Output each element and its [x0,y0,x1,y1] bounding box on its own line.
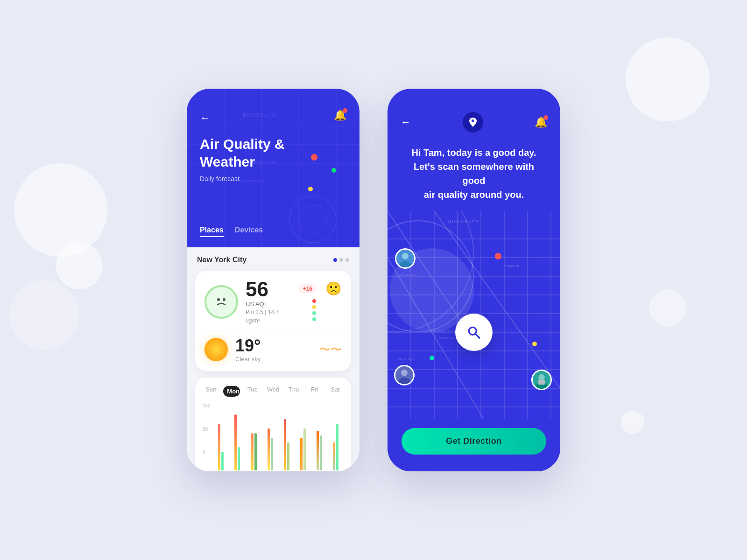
svg-point-10 [289,196,336,243]
aq-value: 56 [246,278,268,301]
location-name: New York City [197,256,247,264]
weather-info: 19° Clear sky [235,336,261,363]
bar-6a [300,438,303,470]
side-dot-green [312,311,316,315]
weather-row: 19° Clear sky 〜〜 [204,336,342,363]
location-row: New York City [195,256,351,264]
bar-7b [320,435,322,470]
svg-rect-54 [538,380,545,385]
aq-pm: Pm 2.5 | 14.7 ug/m³ [246,309,279,324]
back-button-2[interactable]: ← [401,116,411,128]
svg-point-12 [217,298,220,301]
bar-8b [336,424,338,470]
svg-point-49 [401,370,408,376]
svg-text:Empire Blvd: Empire Blvd [397,357,415,361]
emoji-frown: 🙁 [325,281,342,296]
greeting-text: Hi Tam, today is a good day.Let's scan s… [388,141,560,211]
aq-main-row: 56 US AQI Pm 2.5 | 14.7 ug/m³ +16 � [204,279,342,324]
search-button[interactable] [455,314,493,351]
map-dot-yellow-2 [532,342,537,346]
day-mon[interactable]: Mon [223,386,240,397]
phone1-body: New York City [187,247,359,471]
svg-text:BROOKLYN: BROOKLYN [243,112,276,118]
day-wed[interactable]: Wed [265,386,282,397]
day-fri[interactable]: Fri [306,386,323,397]
day-sat[interactable]: Sat [327,386,344,397]
day-sun[interactable]: Sun [203,386,219,397]
bar-7a [317,431,319,470]
days-row: Sun Mon Tue Wed Thu Fri Sat [203,386,344,397]
chart-body: 150 50 5 0 23.00 [203,403,344,471]
bar-8a [333,442,335,470]
bar-group-13: 13.00 [262,405,278,471]
side-dots [312,299,316,321]
y-label-5: 5 [203,449,211,455]
notification-dot-2 [543,115,548,120]
svg-point-46 [402,253,409,259]
avatar-pin-1 [395,248,416,269]
y-axis-labels: 150 50 5 0 [203,403,211,471]
map-dot-teal [430,356,434,360]
bar-2a [234,414,237,470]
aq-numbers: 56 US AQI Pm 2.5 | 14.7 ug/m³ [246,279,292,324]
bar-group-08: 08.00 [296,405,311,471]
map-dot-green [331,168,336,173]
logo-badge [463,112,483,133]
chart-card: Sun Mon Tue Wed Thu Fri Sat 150 50 5 0 [195,378,351,471]
page-subtitle: Daily forecast [200,175,346,182]
aq-right: +16 [299,282,316,321]
svg-point-52 [538,374,545,381]
bar-4b [271,438,273,470]
svg-point-13 [223,298,226,301]
bar-5a [284,419,286,470]
wave-icon: 〜〜 [319,342,342,357]
map-area: BROOKLYN CROWN HEIGHTS NORTH RIC New Yor… [388,211,560,454]
chart-bars: 23.00 19.00 [213,403,344,471]
phone1-header: BROOKLYN MEKASVISTR CROWN HEIGHTS ← 🔔 Ai… [187,89,359,247]
svg-point-14 [472,119,474,122]
day-thu[interactable]: Thu [285,386,302,397]
bell-wrap-2: 🔔 [535,116,547,128]
bar-group-11: 11.00 [279,405,294,471]
svg-point-11 [299,205,327,233]
side-dot-yellow [312,305,316,309]
sun-icon [204,338,228,361]
map-dot-red [311,154,317,161]
bar-3b [254,433,257,470]
pagination-dots [333,258,349,262]
tab-places[interactable]: Places [200,226,224,237]
notification-dot-1 [343,108,347,113]
bar-group-03: 03.00 [312,405,327,471]
get-direction-wrap: Get Direction [388,419,560,471]
y-label-150: 150 [203,403,211,408]
get-direction-button[interactable]: Get Direction [402,428,546,455]
svg-line-44 [476,334,479,338]
back-button[interactable]: ← [200,112,210,124]
map-dot-yellow [308,187,313,191]
weather-desc: Clear sky [235,356,261,363]
aq-unit: US AQI [246,301,292,308]
phone2-header: ← 🔔 [388,89,560,141]
bar-1b [221,452,224,470]
bar-group-23: 23.00 [213,405,229,471]
aq-face-icon [204,285,238,319]
bar-group-19: 19.00 [230,405,245,471]
svg-text:Bergen St: Bergen St [504,264,519,268]
bar-1a [218,424,220,470]
dot-1 [339,258,343,262]
dot-active [333,258,337,262]
bar-3a [251,433,254,470]
dot-2 [345,258,349,262]
side-dot-green2 [312,317,316,321]
phone-2: ← 🔔 Hi Tam, today is a good day.Let's sc… [388,89,560,471]
bar-group-15: 15.00 [246,405,261,471]
day-tue[interactable]: Tue [244,386,261,397]
bar-group-01: 01.00 [328,405,344,471]
tab-devices[interactable]: Devices [235,226,263,237]
phone-1: BROOKLYN MEKASVISTR CROWN HEIGHTS ← 🔔 Ai… [187,89,359,471]
phones-container: BROOKLYN MEKASVISTR CROWN HEIGHTS ← 🔔 Ai… [187,89,560,471]
bar-4a [268,428,270,470]
aq-badge: +16 [299,284,316,294]
avatar-pin-2 [394,365,415,385]
air-quality-card: 56 US AQI Pm 2.5 | 14.7 ug/m³ +16 � [195,271,351,371]
